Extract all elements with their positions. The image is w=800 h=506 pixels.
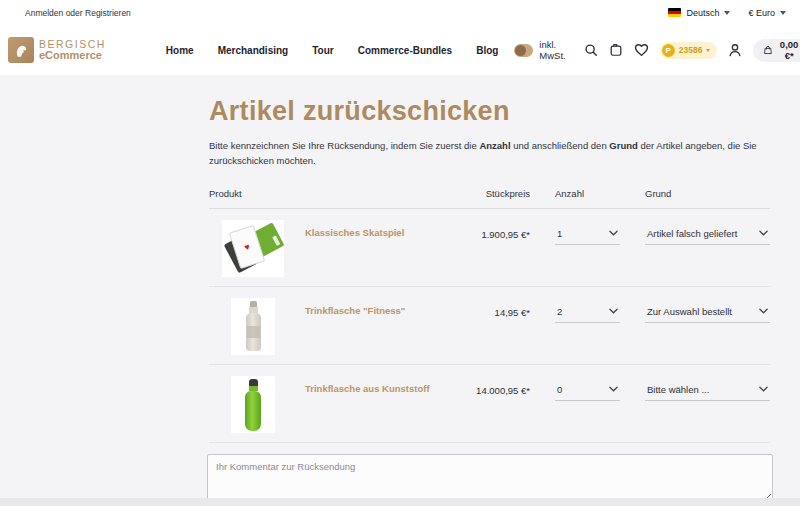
product-name-link[interactable]: Klassisches Skatspiel bbox=[305, 227, 404, 238]
main-header: BERGISCH eCommerce Home Merchandising To… bbox=[0, 25, 800, 75]
german-flag-icon bbox=[668, 8, 681, 17]
reason-select[interactable]: Artikel falsch geliefert bbox=[645, 224, 770, 245]
column-header-product: Produkt bbox=[209, 188, 437, 199]
table-row: Trinkflasche aus Kunststoff 14.000,95 €*… bbox=[209, 365, 770, 443]
points-value: 23586 bbox=[679, 45, 703, 55]
vat-toggle-label: inkl. MwSt. bbox=[539, 39, 572, 61]
bottle-body bbox=[245, 391, 261, 431]
loyalty-points-badge[interactable]: P 23586 bbox=[660, 42, 718, 59]
table-row: ♥ Klassisches Skatspiel 1.900,95 €* 1 Ar… bbox=[209, 209, 770, 287]
chevron-down-icon bbox=[724, 11, 730, 15]
points-icon: P bbox=[662, 44, 675, 57]
wishlist-heart-icon[interactable] bbox=[634, 43, 649, 57]
chevron-down-icon bbox=[609, 230, 618, 236]
cart-total: 0,00 €* bbox=[778, 39, 800, 61]
chevron-down-icon bbox=[759, 386, 768, 392]
return-items-page: Artikel zurückschicken Bitte kennzeichne… bbox=[209, 75, 770, 506]
chevron-down-icon bbox=[706, 49, 710, 52]
quantity-select[interactable]: 1 bbox=[555, 224, 620, 245]
shopping-bag-icon bbox=[764, 44, 772, 56]
header-actions: inkl. MwSt. P 23586 0,00 €* bbox=[514, 39, 800, 62]
product-image-white-bottle[interactable] bbox=[231, 298, 275, 355]
brand-name: BERGISCH eCommerce bbox=[39, 39, 106, 62]
currency-label: € Euro bbox=[748, 8, 775, 18]
product-image-green-bottle[interactable] bbox=[231, 376, 275, 433]
chevron-down-icon bbox=[609, 308, 618, 314]
column-header-unit-price: Stückpreis bbox=[437, 188, 530, 199]
nav-item-commerce-bundles[interactable]: Commerce-Bundles bbox=[358, 45, 452, 56]
unit-price: 14,95 €* bbox=[437, 296, 530, 355]
toggle-track[interactable] bbox=[514, 44, 533, 57]
main-nav: Home Merchandising Tour Commerce-Bundles… bbox=[166, 45, 499, 56]
unit-price: 14.000,95 €* bbox=[437, 374, 530, 433]
compare-clipboard-icon[interactable] bbox=[609, 43, 623, 57]
language-select[interactable]: Deutsch bbox=[668, 8, 730, 18]
chevron-down-icon bbox=[780, 11, 786, 15]
intro-text: Bitte kennzeichnen Sie Ihre Rücksendung,… bbox=[209, 139, 770, 168]
table-row: Trinkflasche "Fitness" 14,95 €* 2 Zur Au… bbox=[209, 287, 770, 365]
reason-select[interactable]: Bitte wählen ... bbox=[645, 380, 770, 401]
account-icon[interactable] bbox=[728, 43, 742, 57]
search-icon[interactable] bbox=[584, 43, 598, 57]
product-cell: Trinkflasche aus Kunststoff bbox=[209, 374, 437, 433]
footer-strip bbox=[0, 498, 800, 506]
product-image-skat-cards[interactable]: ♥ bbox=[222, 220, 284, 277]
cart-button[interactable]: 0,00 €* bbox=[753, 39, 800, 62]
nav-item-home[interactable]: Home bbox=[166, 45, 194, 56]
bottle-cap bbox=[249, 379, 258, 386]
product-cell: Trinkflasche "Fitness" bbox=[209, 296, 437, 355]
currency-select[interactable]: € Euro bbox=[748, 8, 786, 18]
nav-item-blog[interactable]: Blog bbox=[476, 45, 498, 56]
product-name-link[interactable]: Trinkflasche "Fitness" bbox=[305, 305, 405, 316]
locale-controls: Deutsch € Euro bbox=[668, 8, 786, 18]
login-register-link[interactable]: Anmelden oder Registrieren bbox=[25, 8, 131, 18]
vat-toggle[interactable]: inkl. MwSt. bbox=[514, 39, 572, 61]
nav-item-merchandising[interactable]: Merchandising bbox=[218, 45, 289, 56]
page-title: Artikel zurückschicken bbox=[209, 96, 770, 127]
product-cell: ♥ Klassisches Skatspiel bbox=[209, 218, 437, 277]
brand-logo[interactable]: BERGISCH eCommerce bbox=[8, 37, 106, 63]
lion-logo-icon bbox=[8, 37, 34, 63]
chevron-down-icon bbox=[759, 230, 768, 236]
column-header-reason: Grund bbox=[645, 188, 770, 199]
column-header-quantity: Anzahl bbox=[530, 188, 645, 199]
chevron-down-icon bbox=[759, 308, 768, 314]
reason-select[interactable]: Zur Auswahl bestellt bbox=[645, 302, 770, 323]
chevron-down-icon bbox=[609, 386, 618, 392]
language-label: Deutsch bbox=[686, 8, 719, 18]
table-header: Produkt Stückpreis Anzahl Grund bbox=[209, 188, 770, 209]
nav-item-tour[interactable]: Tour bbox=[312, 45, 333, 56]
quantity-select[interactable]: 2 bbox=[555, 302, 620, 323]
bottle-body bbox=[246, 313, 261, 351]
unit-price: 1.900,95 €* bbox=[437, 218, 530, 277]
brand-line2: eCommerce bbox=[39, 50, 106, 62]
toggle-knob bbox=[515, 45, 526, 56]
topbar: Anmelden oder Registrieren Deutsch € Eur… bbox=[0, 0, 800, 25]
return-comment-input[interactable] bbox=[207, 454, 773, 503]
product-name-link[interactable]: Trinkflasche aus Kunststoff bbox=[305, 383, 430, 394]
quantity-select[interactable]: 0 bbox=[555, 380, 620, 401]
